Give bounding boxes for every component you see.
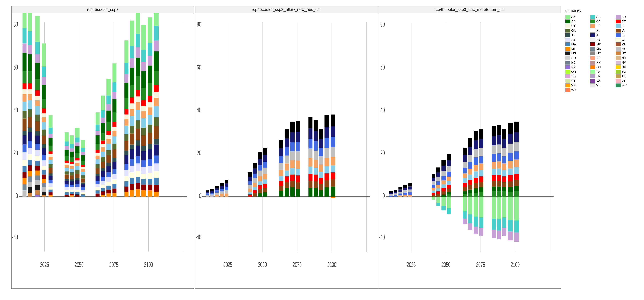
svg-rect-491 (296, 160, 300, 169)
svg-rect-43 (28, 83, 32, 89)
svg-rect-656 (474, 183, 478, 188)
svg-rect-684 (492, 191, 496, 197)
svg-rect-572 (403, 188, 407, 190)
legend-item-co: CO (616, 19, 640, 23)
svg-rect-610 (442, 206, 446, 210)
svg-rect-129 (64, 146, 68, 150)
svg-rect-51 (28, 141, 32, 148)
svg-rect-439 (253, 187, 257, 190)
legend-item-ms: MS (565, 51, 590, 55)
svg-rect-282 (124, 126, 128, 134)
svg-rect-24 (22, 94, 26, 102)
svg-rect-674 (479, 228, 483, 236)
svg-rect-476 (285, 182, 289, 188)
svg-rect-692 (497, 161, 501, 168)
svg-rect-373 (154, 71, 159, 85)
legend-swatch-mi (565, 47, 570, 51)
legend-swatch-vt (616, 79, 621, 83)
legend-label-ut: UT (571, 79, 576, 83)
svg-rect-466 (279, 181, 283, 186)
svg-rect-494 (296, 182, 300, 189)
svg-rect-473 (285, 163, 289, 170)
svg-rect-348 (141, 185, 146, 190)
legend-swatch-nm (590, 61, 596, 65)
svg-rect-226 (101, 157, 105, 162)
svg-rect-173 (75, 170, 80, 174)
svg-rect-121 (48, 180, 52, 183)
svg-rect-18 (22, 28, 26, 43)
svg-rect-47 (28, 109, 32, 117)
svg-rect-689 (497, 135, 501, 145)
svg-rect-435 (253, 168, 257, 173)
svg-rect-297 (130, 85, 134, 97)
svg-rect-528 (324, 166, 329, 173)
svg-rect-374 (154, 85, 159, 92)
svg-rect-80 (35, 175, 40, 180)
svg-rect-658 (474, 193, 478, 197)
svg-rect-669 (479, 182, 483, 187)
legend-label-nm: NM (596, 61, 601, 64)
svg-rect-407 (206, 195, 209, 197)
legend-item-fl: FL (616, 24, 640, 28)
svg-rect-456 (263, 179, 267, 184)
svg-rect-207 (96, 159, 100, 164)
legend-swatch-al (590, 15, 596, 19)
legend-item-mi: MI (565, 47, 590, 51)
svg-rect-144 (64, 195, 68, 197)
svg-rect-613 (447, 166, 451, 172)
svg-rect-561 (389, 196, 392, 197)
svg-rect-101 (42, 170, 46, 174)
svg-rect-738 (514, 220, 519, 232)
legend-swatch-ny (565, 65, 570, 69)
svg-rect-257 (112, 92, 116, 99)
svg-rect-232 (101, 185, 105, 188)
svg-rect-270 (112, 179, 116, 184)
svg-rect-688 (497, 125, 501, 135)
svg-rect-220 (101, 123, 105, 133)
svg-rect-536 (331, 157, 336, 165)
legend-label-nj: NJ (571, 61, 575, 64)
svg-rect-607 (442, 191, 446, 194)
legend-swatch-tx (616, 74, 621, 78)
legend-swatch-nj (565, 61, 570, 65)
svg-rect-629 (463, 183, 467, 187)
svg-rect-194 (81, 184, 85, 187)
svg-rect-158 (70, 185, 74, 187)
legend-label-co: CO (622, 19, 626, 23)
svg-rect-425 (225, 190, 228, 194)
svg-rect-522 (319, 190, 323, 197)
svg-rect-507 (314, 141, 318, 150)
svg-text:-40: -40 (196, 233, 201, 241)
svg-rect-436 (253, 173, 257, 178)
svg-rect-721 (508, 181, 512, 187)
legend-item-wi: WI (590, 83, 614, 87)
panel-3: rcp45cooler_ssp3_nuc_moratorium_diff 0 2… (378, 6, 561, 289)
svg-rect-653 (474, 165, 478, 171)
svg-rect-510 (314, 168, 318, 174)
svg-rect-362 (148, 149, 152, 159)
legend-label-or: OR (571, 70, 576, 74)
svg-rect-131 (64, 156, 68, 160)
svg-rect-455 (263, 174, 267, 179)
svg-text:2025: 2025 (224, 261, 232, 268)
legend-item-md: MD (590, 42, 614, 46)
svg-rect-480 (290, 142, 295, 151)
svg-rect-617 (447, 185, 451, 189)
svg-rect-164 (75, 128, 80, 138)
legend-swatch-de (590, 24, 596, 28)
svg-rect-356 (148, 102, 152, 107)
svg-rect-263 (112, 136, 116, 144)
svg-rect-40 (28, 45, 32, 54)
svg-rect-44 (28, 89, 32, 94)
svg-rect-638 (468, 155, 472, 162)
svg-rect-285 (124, 151, 128, 155)
svg-rect-505 (314, 120, 318, 131)
svg-rect-217 (101, 96, 105, 110)
svg-rect-149 (70, 157, 74, 162)
svg-rect-518 (319, 164, 323, 172)
legend-label-ne: NE (596, 56, 601, 60)
svg-rect-34 (22, 172, 26, 178)
svg-rect-272 (112, 189, 116, 193)
svg-rect-577 (408, 186, 412, 189)
svg-rect-375 (154, 92, 159, 98)
